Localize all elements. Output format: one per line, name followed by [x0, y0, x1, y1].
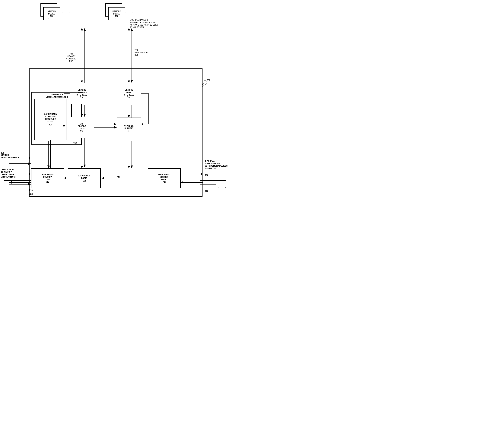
pervasive-label: PERVASIVE &MISCELLANEOUS LOGIC: [35, 94, 79, 98]
dots-right-connections: · · ·: [205, 177, 214, 181]
dots-right-high-speed: · · ·: [218, 185, 227, 189]
dots-between-left-col: · · ·: [47, 13, 50, 19]
ref-702: — 702: [204, 79, 210, 81]
high-speed-drv-rcv-left-box: HIGH-SPEEDDRV/RCVLOGIC 712: [31, 168, 64, 188]
ref-722-left: 722: [29, 193, 33, 195]
ref-706: 706: [73, 142, 77, 144]
ref-710-left: 710: [29, 189, 33, 191]
dots-between-right-col: · · ·: [114, 13, 117, 19]
ref-722-right: ← 722: [202, 190, 208, 192]
svg-marker-34: [84, 28, 86, 31]
connection-memory-controller-label: CONNECTIONTO MEMORYCONTROLLEROR PROCESSO…: [1, 168, 16, 178]
configured-command-sequence-logic-box: CONFIGUREDCOMMANDSEQUENCELOGIC 704: [35, 99, 66, 140]
ref-710-right: ← 710: [202, 174, 208, 176]
channel-buffers-box: CHANNELBUFFERS 724: [117, 118, 141, 139]
memory-data-interface-box: MEMORYDATAINTERFACE 720: [117, 83, 141, 104]
memory-device-front-left: MEMORYDEVICE 732: [43, 7, 60, 20]
svg-marker-36: [131, 28, 133, 31]
dots-memory-top-right: · · ·: [125, 10, 134, 14]
high-speed-drv-rcv-right-box: HIGH-SPEEDDRV/RCVLOGIC 726: [148, 168, 181, 188]
diagram-container: MEMORYDEVICE 732 MEMORYDEVICE 732 MEMORY…: [0, 0, 245, 224]
memory-command-bus-label: 730MEMORYCOMMANDBUS: [66, 53, 76, 62]
jtag-fsi-label: 708JTAG/FSISERIAL INTERFACE: [1, 151, 19, 159]
optional-next-hub-label: OPTIONALNEXT HUB CHIPWITH MEMORY DEVICES…: [205, 160, 228, 170]
data-merge-logic-box: DATA MERGELOGIC 714: [68, 168, 101, 188]
memory-data-bus-label: 728MEMORY DATABUS: [135, 49, 148, 56]
svg-line-39: [202, 81, 207, 85]
chip-decode-logic-box: CHIPDECODELOGIC 716: [70, 117, 94, 138]
multiple-ranks-label: MULTIPLE RANKS OFMEMORY DEVICES OF WHICH…: [130, 19, 158, 29]
dots-memory-top-left: · · ·: [62, 10, 70, 14]
